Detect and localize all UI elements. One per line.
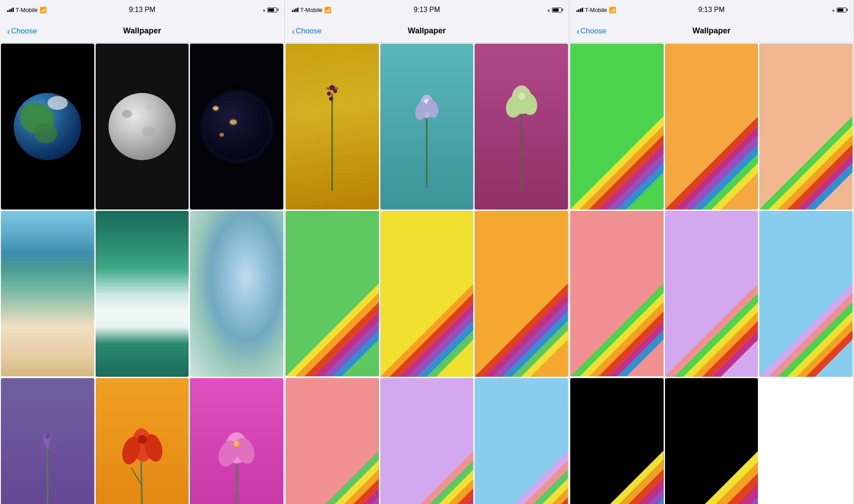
back-label-2[interactable]: Choose — [296, 27, 322, 36]
battery-2 — [552, 8, 562, 12]
flower-svg-3 — [209, 403, 265, 504]
status-bar-1: T-Mobile 📶 9:13 PM ⁎ — [0, 0, 284, 20]
signal-bar — [11, 8, 12, 12]
rainbow-stripe-svg-1 — [286, 211, 379, 377]
wallpaper-aerial[interactable] — [1, 211, 94, 377]
back-label-1[interactable]: Choose — [11, 27, 37, 36]
nav-bar-2: ‹ Choose Wallpaper — [285, 20, 569, 43]
svg-point-19 — [327, 92, 331, 96]
battery-3 — [837, 8, 846, 12]
nav-bar-1: ‹ Choose Wallpaper — [0, 20, 284, 43]
wifi-icon-3: 📶 — [609, 7, 616, 13]
phone-screen-3: T-Mobile 📶 9:13 PM ⁎ ‹ Choose Wallpaper — [569, 0, 854, 504]
wallpaper-solid-pink[interactable] — [286, 378, 379, 504]
time-2: 9:13 PM — [414, 6, 440, 14]
flower-blue-svg — [403, 64, 450, 210]
wallpaper-flower-blue-bg[interactable] — [380, 44, 474, 210]
s3-rainbow-svg-6 — [759, 211, 853, 377]
back-button-1[interactable]: ‹ Choose — [7, 27, 37, 36]
wallpaper-s3-peach[interactable] — [759, 44, 853, 210]
signal-bar — [582, 8, 583, 12]
wallpaper-s3-lightblue[interactable] — [759, 211, 853, 377]
wallpaper-rainbow-yellow[interactable] — [380, 211, 474, 377]
nav-bar-3: ‹ Choose Wallpaper — [569, 20, 854, 43]
back-label-3[interactable]: Choose — [580, 27, 607, 36]
chevron-left-icon-1: ‹ — [7, 27, 10, 36]
svg-line-5 — [141, 462, 142, 504]
rainbow-stripe-svg-5 — [380, 378, 474, 504]
phone-screen-1: T-Mobile 📶 9:13 PM ⁎ ‹ Choose Wallpaper — [0, 0, 285, 504]
bluetooth-icon-2: ⁎ — [548, 7, 550, 13]
wallpaper-solid-lavender[interactable] — [380, 378, 474, 504]
wallpaper-grid-1[interactable] — [0, 43, 284, 504]
wallpaper-s3-orange[interactable] — [665, 44, 758, 210]
status-bar-2: T-Mobile 📶 9:13 PM ⁎ — [285, 0, 569, 20]
wallpaper-grid-2[interactable] — [285, 43, 569, 504]
wallpaper-abstract[interactable] — [190, 211, 283, 377]
status-left-3: T-Mobile 📶 — [576, 7, 616, 13]
s3-rainbow-svg-4 — [570, 211, 664, 377]
wallpaper-rainbow-orange[interactable] — [475, 211, 568, 377]
signal-bar — [297, 8, 298, 12]
signal-bars-1 — [7, 8, 14, 12]
nav-title-1: Wallpaper — [123, 26, 161, 36]
wallpaper-s3-pink[interactable] — [570, 211, 664, 377]
wallpaper-black-2[interactable] — [665, 378, 758, 504]
wallpaper-earth[interactable] — [1, 44, 94, 210]
wallpaper-flower-yellow[interactable] — [286, 44, 379, 210]
wallpaper-flower-pink[interactable] — [190, 378, 283, 504]
battery-1 — [267, 8, 277, 12]
time-3: 9:13 PM — [698, 6, 725, 14]
wallpaper-flower-orange[interactable] — [96, 378, 189, 504]
status-right-3: ⁎ — [832, 7, 846, 13]
status-left-1: T-Mobile 📶 — [7, 7, 47, 13]
signal-bar — [295, 8, 297, 12]
status-left-2: T-Mobile 📶 — [292, 7, 331, 13]
nav-title-2: Wallpaper — [408, 26, 446, 36]
back-button-2[interactable]: ‹ Choose — [292, 27, 322, 36]
rainbow-stripe-svg-3 — [475, 211, 568, 377]
wallpaper-black-1[interactable] — [570, 378, 664, 504]
s3-black-svg-2 — [665, 378, 758, 504]
signal-bar — [292, 10, 293, 12]
flower-svg-1 — [22, 411, 73, 504]
s3-black-svg-1 — [570, 378, 664, 504]
wallpaper-earth-night[interactable] — [190, 44, 283, 210]
signal-bar — [7, 10, 8, 12]
svg-point-21 — [329, 97, 333, 101]
wallpaper-s3-green[interactable] — [570, 44, 664, 210]
signal-bar — [580, 8, 581, 12]
wallpaper-s3-lavender[interactable] — [665, 211, 758, 377]
wallpaper-flower-green-bg[interactable] — [475, 44, 568, 210]
rainbow-stripe-svg-2 — [380, 211, 474, 377]
flower-dark-svg — [306, 60, 358, 209]
grid-inner-2 — [286, 44, 568, 504]
wallpaper-flower-lavender[interactable] — [1, 378, 94, 504]
back-button-3[interactable]: ‹ Choose — [576, 27, 606, 36]
carrier-label-3: T-Mobile — [585, 7, 607, 13]
flower-green-svg — [496, 60, 547, 209]
rainbow-stripe-svg-4 — [286, 378, 379, 504]
signal-bar — [578, 9, 580, 12]
signal-bars-3 — [576, 8, 583, 12]
bluetooth-icon-3: ⁎ — [832, 7, 835, 13]
flower-svg-2 — [114, 403, 170, 504]
svg-point-32 — [518, 93, 525, 100]
wallpaper-solid-skyblue[interactable] — [475, 378, 568, 504]
s3-rainbow-svg-3 — [759, 44, 853, 210]
carrier-label-1: T-Mobile — [16, 7, 38, 13]
wallpaper-grid-3[interactable] — [569, 43, 854, 504]
status-right-2: ⁎ — [548, 7, 562, 13]
carrier-label-2: T-Mobile — [300, 7, 322, 13]
nav-title-3: Wallpaper — [693, 26, 730, 36]
s3-rainbow-svg-1 — [570, 44, 664, 210]
wallpaper-moon[interactable] — [96, 44, 189, 210]
wallpaper-wave[interactable] — [96, 211, 189, 377]
grid-inner-3 — [570, 44, 853, 504]
status-bar-3: T-Mobile 📶 9:13 PM ⁎ — [569, 0, 854, 20]
wallpaper-rainbow-green[interactable] — [286, 211, 379, 377]
s3-rainbow-svg-2 — [665, 44, 758, 210]
chevron-left-icon-2: ‹ — [292, 27, 295, 36]
svg-point-22 — [326, 87, 338, 91]
svg-line-6 — [131, 468, 141, 484]
